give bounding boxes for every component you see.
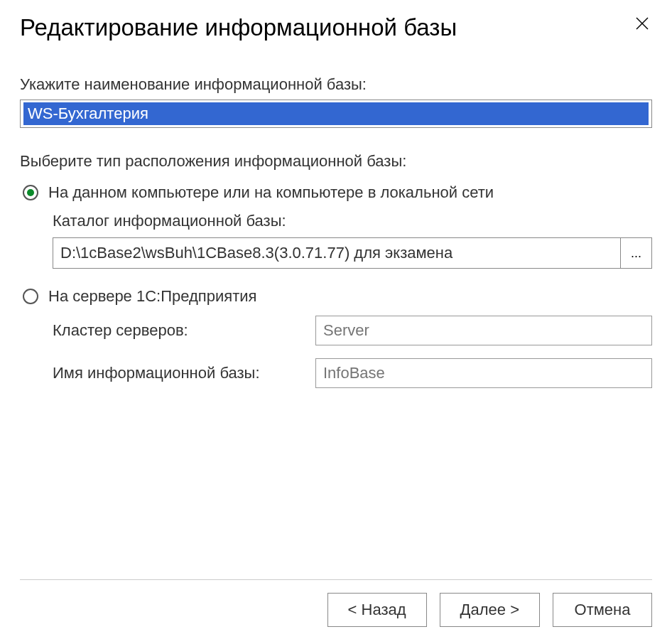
catalog-path-input[interactable] <box>53 237 621 269</box>
radio-option-local[interactable]: На данном компьютере или на компьютере в… <box>23 183 652 202</box>
location-label: Выберите тип расположения информационной… <box>20 152 652 171</box>
cluster-row: Кластер серверов: <box>53 316 652 345</box>
infobase-row: Имя информационной базы: <box>53 358 652 388</box>
location-radio-group: На данном компьютере или на компьютере в… <box>23 183 652 407</box>
radio-option-server[interactable]: На сервере 1С:Предприятия <box>23 287 652 306</box>
browse-button[interactable]: ... <box>621 237 652 269</box>
radio-local-label: На данном компьютере или на компьютере в… <box>48 183 494 202</box>
name-input[interactable] <box>23 102 649 125</box>
radio-server-label: На сервере 1С:Предприятия <box>48 287 256 306</box>
infobase-input[interactable] <box>315 358 652 388</box>
close-icon[interactable] <box>632 14 652 34</box>
dialog-footer: < Назад Далее > Отмена <box>20 579 652 627</box>
local-catalog-section: Каталог информационной базы: ... <box>53 212 652 269</box>
radio-icon[interactable] <box>23 289 38 304</box>
spacer <box>20 407 652 579</box>
cluster-label: Кластер серверов: <box>53 321 315 340</box>
server-section: Кластер серверов: Имя информационной баз… <box>53 316 652 388</box>
infobase-label: Имя информационной базы: <box>53 364 315 382</box>
radio-icon[interactable] <box>23 185 38 200</box>
catalog-label: Каталог информационной базы: <box>53 212 652 230</box>
edit-infobase-dialog: Редактирование информационной базы Укажи… <box>0 0 672 644</box>
back-button[interactable]: < Назад <box>327 593 427 627</box>
name-label: Укажите наименование информационной базы… <box>20 75 652 94</box>
cluster-input[interactable] <box>315 316 652 345</box>
dialog-header: Редактирование информационной базы <box>20 14 652 41</box>
name-input-container <box>20 100 652 128</box>
dialog-title: Редактирование информационной базы <box>20 14 457 41</box>
cancel-button[interactable]: Отмена <box>553 593 652 627</box>
catalog-path-row: ... <box>53 237 652 269</box>
next-button[interactable]: Далее > <box>440 593 540 627</box>
